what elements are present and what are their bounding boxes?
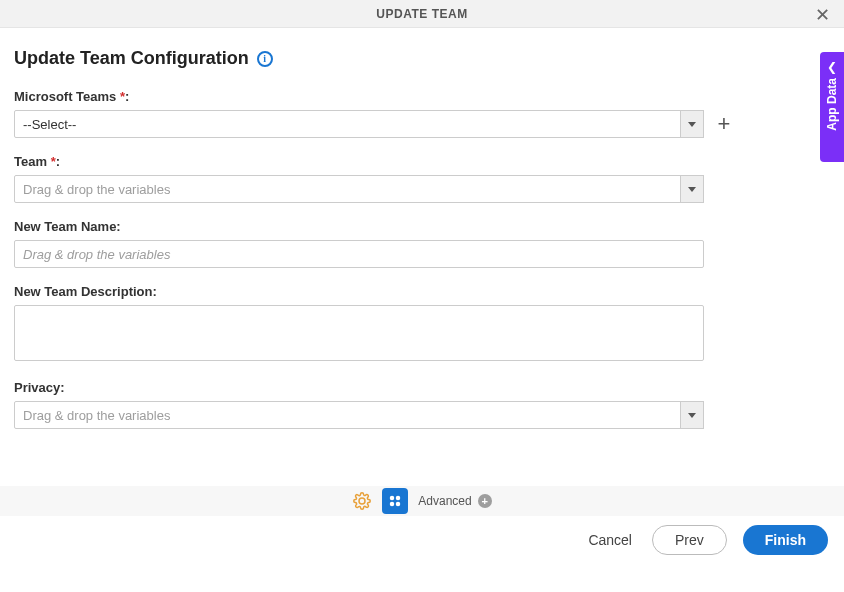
chevron-down-icon[interactable] bbox=[680, 110, 704, 138]
plus-icon: + bbox=[718, 113, 731, 135]
label-new-team-name: New Team Name: bbox=[14, 219, 830, 234]
info-icon[interactable]: i bbox=[257, 51, 273, 67]
chevron-down-icon[interactable] bbox=[680, 401, 704, 429]
field-team: Team *: bbox=[14, 154, 830, 203]
label-team: Team *: bbox=[14, 154, 830, 169]
textarea-new-team-description[interactable] bbox=[14, 305, 704, 361]
field-new-team-name: New Team Name: bbox=[14, 219, 830, 268]
plus-circle-icon: + bbox=[478, 494, 492, 508]
footer: Cancel Prev Finish bbox=[0, 516, 844, 564]
svg-point-2 bbox=[390, 502, 395, 507]
svg-point-0 bbox=[390, 496, 395, 501]
select-input-team[interactable] bbox=[14, 175, 704, 203]
close-button[interactable]: ✕ bbox=[809, 4, 836, 26]
svg-point-3 bbox=[396, 502, 401, 507]
select-input-privacy[interactable] bbox=[14, 401, 704, 429]
variables-icon bbox=[386, 492, 404, 510]
label-microsoft-teams: Microsoft Teams *: bbox=[14, 89, 830, 104]
field-microsoft-teams: Microsoft Teams *: + bbox=[14, 89, 830, 138]
variables-button[interactable] bbox=[382, 488, 408, 514]
close-icon: ✕ bbox=[815, 5, 830, 25]
field-privacy: Privacy: bbox=[14, 380, 830, 429]
select-row-microsoft-teams: + bbox=[14, 110, 830, 138]
gear-icon bbox=[353, 492, 371, 510]
select-input-microsoft-teams[interactable] bbox=[14, 110, 704, 138]
advanced-toggle[interactable]: Advanced + bbox=[418, 494, 491, 508]
input-new-team-name[interactable] bbox=[14, 240, 704, 268]
page-heading: Update Team Configuration bbox=[14, 48, 249, 69]
page-heading-row: Update Team Configuration i bbox=[14, 48, 830, 69]
select-microsoft-teams[interactable] bbox=[14, 110, 704, 138]
label-privacy: Privacy: bbox=[14, 380, 830, 395]
field-new-team-description: New Team Description: bbox=[14, 284, 830, 364]
select-privacy[interactable] bbox=[14, 401, 704, 429]
app-data-panel-toggle[interactable]: ❮ App Data bbox=[820, 52, 844, 162]
advanced-label-text: Advanced bbox=[418, 494, 471, 508]
label-colon: : bbox=[56, 154, 60, 169]
chevron-left-icon: ❮ bbox=[827, 60, 837, 74]
prev-button[interactable]: Prev bbox=[652, 525, 727, 555]
modal-title: UPDATE TEAM bbox=[376, 7, 467, 21]
select-team[interactable] bbox=[14, 175, 704, 203]
cancel-button[interactable]: Cancel bbox=[584, 526, 636, 554]
app-data-label: App Data bbox=[825, 78, 839, 131]
label-colon: : bbox=[125, 89, 129, 104]
settings-button[interactable] bbox=[352, 491, 372, 511]
bottom-toolbar: Advanced + bbox=[0, 486, 844, 516]
finish-button[interactable]: Finish bbox=[743, 525, 828, 555]
chevron-down-icon[interactable] bbox=[680, 175, 704, 203]
label-text: Microsoft Teams bbox=[14, 89, 116, 104]
label-text: Team bbox=[14, 154, 47, 169]
content-area: Update Team Configuration i Microsoft Te… bbox=[0, 28, 844, 516]
modal-header: UPDATE TEAM ✕ bbox=[0, 0, 844, 28]
svg-point-1 bbox=[396, 496, 401, 501]
add-connection-button[interactable]: + bbox=[714, 114, 734, 134]
label-new-team-description: New Team Description: bbox=[14, 284, 830, 299]
